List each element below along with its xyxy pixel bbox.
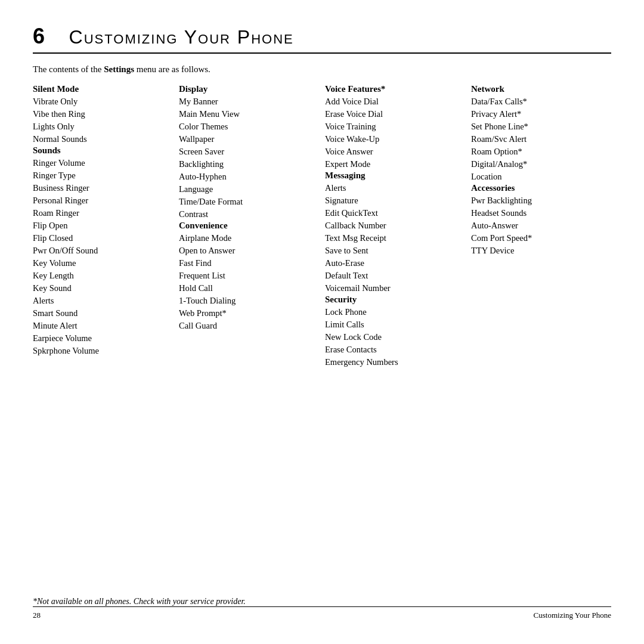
- item-voice-wake-up: Voice Wake-Up: [325, 133, 465, 145]
- item-digital-analog: Digital/Analog*: [471, 158, 611, 171]
- item-time-date-format: Time/Date Format: [179, 196, 319, 208]
- page-container: 6 Customizing Your Phone The contents of…: [0, 0, 644, 644]
- item-lights-only: Lights Only: [33, 120, 173, 133]
- menu-column-4: Network Data/Fax Calls* Privacy Alert* S…: [471, 84, 611, 585]
- item-normal-sounds: Normal Sounds: [33, 133, 173, 145]
- item-auto-hyphen: Auto-Hyphen: [179, 171, 319, 183]
- heading-network: Network: [471, 84, 611, 94]
- item-personal-ringer: Personal Ringer: [33, 194, 173, 207]
- item-set-phone-line: Set Phone Line*: [471, 120, 611, 133]
- item-key-volume: Key Volume: [33, 257, 173, 270]
- item-default-text: Default Text: [325, 270, 465, 282]
- item-emergency-numbers: Emergency Numbers: [325, 356, 465, 369]
- item-flip-closed: Flip Closed: [33, 232, 173, 244]
- item-flip-open: Flip Open: [33, 219, 173, 232]
- item-call-guard: Call Guard: [179, 320, 319, 332]
- item-tty-device: TTY Device: [471, 244, 611, 257]
- item-headset-sounds: Headset Sounds: [471, 207, 611, 219]
- menu-grid: Silent Mode Vibrate Only Vibe then Ring …: [33, 84, 611, 585]
- item-frequent-list: Frequent List: [179, 270, 319, 282]
- item-web-prompt: Web Prompt*: [179, 307, 319, 320]
- chapter-title: 6 Customizing Your Phone: [33, 24, 611, 49]
- chapter-title-text: Customizing Your Phone: [69, 26, 294, 48]
- footer-chapter-title: Customizing Your Phone: [534, 611, 611, 620]
- item-signature: Signature: [325, 194, 465, 207]
- footer-page-number: 28: [33, 611, 41, 620]
- item-spkrphone-volume: Spkrphone Volume: [33, 345, 173, 357]
- heading-voice-features: Voice Features*: [325, 84, 465, 94]
- section-sounds: Sounds Ringer Volume Ringer Type Busines…: [33, 145, 173, 357]
- item-text-msg-receipt: Text Msg Receipt: [325, 232, 465, 244]
- item-wallpaper: Wallpaper: [179, 133, 319, 145]
- title-divider: [33, 52, 611, 54]
- section-voice-features: Voice Features* Add Voice Dial Erase Voi…: [325, 84, 465, 171]
- item-callback-number: Callback Number: [325, 219, 465, 232]
- page-footer: 28 Customizing Your Phone: [33, 606, 611, 620]
- item-earpiece-volume: Earpiece Volume: [33, 332, 173, 345]
- item-save-to-sent: Save to Sent: [325, 244, 465, 257]
- intro-prefix: The contents of the: [33, 64, 104, 74]
- heading-messaging: Messaging: [325, 171, 465, 181]
- item-erase-contacts: Erase Contacts: [325, 343, 465, 356]
- item-pwr-onoff-sound: Pwr On/Off Sound: [33, 244, 173, 257]
- item-smart-sound: Smart Sound: [33, 307, 173, 320]
- item-backlighting: Backlighting: [179, 158, 319, 171]
- item-airplane-mode: Airplane Mode: [179, 232, 319, 244]
- item-privacy-alert: Privacy Alert*: [471, 108, 611, 120]
- item-add-voice-dial: Add Voice Dial: [325, 95, 465, 108]
- heading-convenience: Convenience: [179, 221, 319, 231]
- item-location: Location: [471, 171, 611, 183]
- heading-silent-mode: Silent Mode: [33, 84, 173, 94]
- section-accessories: Accessories Pwr Backlighting Headset Sou…: [471, 183, 611, 257]
- item-open-to-answer: Open to Answer: [179, 244, 319, 257]
- item-main-menu-view: Main Menu View: [179, 108, 319, 120]
- item-minute-alert: Minute Alert: [33, 320, 173, 332]
- item-language: Language: [179, 183, 319, 196]
- item-new-lock-code: New Lock Code: [325, 331, 465, 343]
- item-limit-calls: Limit Calls: [325, 318, 465, 331]
- item-expert-mode: Expert Mode: [325, 158, 465, 171]
- section-network: Network Data/Fax Calls* Privacy Alert* S…: [471, 84, 611, 183]
- section-silent-mode: Silent Mode Vibrate Only Vibe then Ring …: [33, 84, 173, 145]
- menu-column-1: Silent Mode Vibrate Only Vibe then Ring …: [33, 84, 173, 585]
- item-vibe-then-ring: Vibe then Ring: [33, 108, 173, 120]
- item-ringer-volume: Ringer Volume: [33, 157, 173, 169]
- item-voicemail-number: Voicemail Number: [325, 282, 465, 295]
- intro-bold: Settings: [104, 64, 134, 74]
- item-my-banner: My Banner: [179, 95, 319, 108]
- section-display: Display My Banner Main Menu View Color T…: [179, 84, 319, 221]
- item-hold-call: Hold Call: [179, 282, 319, 295]
- section-convenience: Convenience Airplane Mode Open to Answer…: [179, 221, 319, 332]
- heading-sounds: Sounds: [33, 145, 173, 156]
- item-voice-training: Voice Training: [325, 120, 465, 133]
- item-key-sound: Key Sound: [33, 282, 173, 295]
- item-roam-svc-alert: Roam/Svc Alert: [471, 133, 611, 145]
- item-key-length: Key Length: [33, 270, 173, 282]
- item-business-ringer: Business Ringer: [33, 182, 173, 194]
- item-data-fax-calls: Data/Fax Calls*: [471, 95, 611, 108]
- item-erase-voice-dial: Erase Voice Dial: [325, 108, 465, 120]
- item-ringer-type: Ringer Type: [33, 169, 173, 182]
- item-edit-quicktext: Edit QuickText: [325, 207, 465, 219]
- item-color-themes: Color Themes: [179, 120, 319, 133]
- item-pwr-backlighting: Pwr Backlighting: [471, 194, 611, 207]
- intro-suffix: menu are as follows.: [134, 64, 210, 74]
- menu-column-3: Voice Features* Add Voice Dial Erase Voi…: [325, 84, 465, 585]
- footnote: *Not available on all phones. Check with…: [33, 597, 611, 606]
- item-contrast: Contrast: [179, 208, 319, 221]
- item-auto-erase: Auto-Erase: [325, 257, 465, 270]
- item-lock-phone: Lock Phone: [325, 306, 465, 318]
- section-security: Security Lock Phone Limit Calls New Lock…: [325, 295, 465, 369]
- item-fast-find: Fast Find: [179, 257, 319, 270]
- item-com-port-speed: Com Port Speed*: [471, 232, 611, 244]
- chapter-number: 6: [33, 24, 45, 48]
- item-alerts-sounds: Alerts: [33, 295, 173, 307]
- item-auto-answer: Auto-Answer: [471, 219, 611, 232]
- item-1-touch-dialing: 1-Touch Dialing: [179, 295, 319, 307]
- item-vibrate-only: Vibrate Only: [33, 95, 173, 108]
- item-alerts-messaging: Alerts: [325, 182, 465, 194]
- item-roam-option: Roam Option*: [471, 145, 611, 158]
- intro-paragraph: The contents of the Settings menu are as…: [33, 64, 611, 75]
- section-messaging: Messaging Alerts Signature Edit QuickTex…: [325, 171, 465, 295]
- item-voice-answer: Voice Answer: [325, 145, 465, 158]
